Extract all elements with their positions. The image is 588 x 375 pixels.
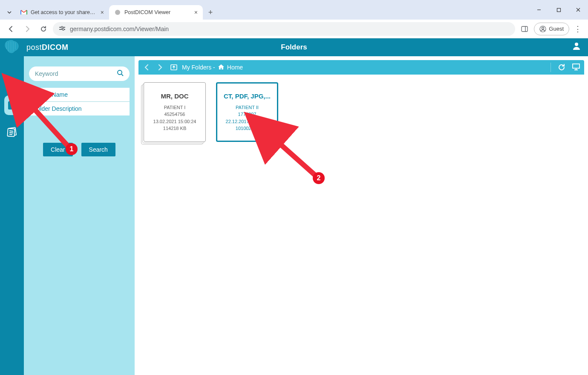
close-icon[interactable]: × (101, 9, 104, 16)
forward-button[interactable] (20, 22, 34, 36)
studies-nav-button[interactable] (2, 123, 22, 142)
breadcrumb-prefix: My Folders - (182, 64, 215, 71)
breadcrumb: My Folders - Home (182, 64, 243, 71)
search-button[interactable]: Search (81, 143, 115, 156)
url-text: germany.postdicom.com/Viewer/Main (70, 26, 169, 32)
browser-menu-button[interactable]: ⋮ (572, 24, 584, 34)
brain-icon (3, 38, 23, 56)
svg-rect-9 (522, 26, 527, 32)
svg-line-23 (9, 133, 13, 133)
close-window-button[interactable] (568, 3, 588, 17)
svg-point-8 (63, 29, 64, 30)
card-size: 114218 KB (163, 125, 186, 132)
folder-toolbar: My Folders - Home (138, 60, 584, 75)
selected-corner-icon (268, 131, 277, 141)
brand-text: postDICOM (26, 43, 69, 52)
card-datetime: 22.12.2017 08:29:50 (226, 118, 269, 125)
breadcrumb-home[interactable]: Home (227, 64, 243, 71)
tab-title: Get access to your shared folde (31, 9, 97, 15)
user-menu-button[interactable] (572, 41, 581, 53)
tabs-dropdown-button[interactable] (3, 5, 15, 20)
svg-point-19 (575, 43, 578, 46)
gmail-icon (20, 9, 27, 16)
svg-rect-28 (573, 64, 579, 68)
new-tab-button[interactable]: + (205, 6, 216, 18)
svg-point-5 (61, 26, 63, 28)
profile-label: Guest (549, 26, 564, 32)
clear-button[interactable]: Clear (43, 143, 72, 156)
user-icon (539, 26, 546, 32)
svg-line-26 (121, 74, 123, 76)
postdicom-icon (114, 9, 121, 16)
filter-buttons: Clear Search (29, 143, 130, 156)
card-size: 101002 KB (236, 125, 259, 132)
folders-nav-button[interactable] (4, 95, 24, 115)
card-patient: PATIENT II (236, 104, 259, 111)
toolbar-divider (551, 63, 551, 72)
card-title: CT, PDF, JPG,... (224, 92, 271, 100)
back-button[interactable] (4, 22, 18, 36)
tab-gmail[interactable]: Get access to your shared folde × (15, 5, 109, 20)
svg-point-11 (542, 27, 544, 29)
svg-point-0 (115, 10, 120, 15)
content-area: My Folders - Home (135, 56, 588, 375)
nav-up-button[interactable] (168, 62, 179, 73)
folder-cards-grid: MR, DOC PATIENT I 45254756 13.02.2021 15… (138, 75, 584, 150)
app-header: postDICOM Folders (0, 38, 588, 56)
profile-button[interactable]: Guest (534, 23, 569, 35)
browser-toolbar: germany.postdicom.com/Viewer/Main Guest … (0, 20, 588, 38)
view-options-button[interactable] (571, 62, 582, 73)
site-settings-icon[interactable] (59, 25, 66, 32)
refresh-button[interactable] (556, 62, 567, 73)
window-controls (529, 0, 588, 20)
svg-line-24 (9, 134, 12, 135)
side-panel-button[interactable] (518, 22, 531, 36)
card-patient: PATIENT I (164, 104, 186, 111)
svg-rect-2 (557, 8, 560, 12)
svg-line-22 (9, 131, 13, 131)
url-bar[interactable]: germany.postdicom.com/Viewer/Main (53, 22, 515, 36)
browser-tabstrip: Get access to your shared folde × PostDI… (0, 0, 588, 20)
search-icon[interactable] (117, 69, 124, 78)
card-datetime: 13.02.2021 15:00:24 (153, 118, 196, 125)
nav-back-button[interactable] (141, 62, 152, 73)
tab-title: PostDICOM Viewer (124, 9, 191, 15)
svg-point-25 (118, 70, 122, 75)
card-title: MR, DOC (161, 92, 189, 100)
keyword-search-box[interactable] (29, 66, 130, 81)
tab-postdicom[interactable]: PostDICOM Viewer × (109, 5, 203, 20)
card-id: 45254756 (164, 111, 185, 118)
maximize-button[interactable] (549, 3, 568, 17)
app-body: Clear Search My Folders - (0, 56, 588, 375)
keyword-input[interactable] (35, 70, 117, 77)
search-sidebar: Clear Search (24, 56, 135, 375)
close-icon[interactable]: × (194, 9, 198, 16)
home-icon (218, 64, 225, 71)
card-id: 1775207 (238, 111, 257, 118)
folder-filter-fields (29, 88, 130, 115)
study-card-selected[interactable]: CT, PDF, JPG,... PATIENT II 1775207 22.1… (216, 82, 278, 142)
folder-name-input[interactable] (29, 88, 130, 102)
left-iconbar (0, 56, 24, 375)
study-card[interactable]: MR, DOC PATIENT I 45254756 13.02.2021 15… (144, 82, 206, 142)
page-title: Folders (281, 43, 307, 52)
svg-rect-6 (59, 29, 63, 30)
reload-button[interactable] (37, 22, 50, 36)
nav-forward-button[interactable] (155, 62, 166, 73)
folder-description-input[interactable] (29, 102, 130, 115)
brand-logo[interactable]: postDICOM (0, 38, 69, 56)
minimize-button[interactable] (529, 3, 549, 17)
